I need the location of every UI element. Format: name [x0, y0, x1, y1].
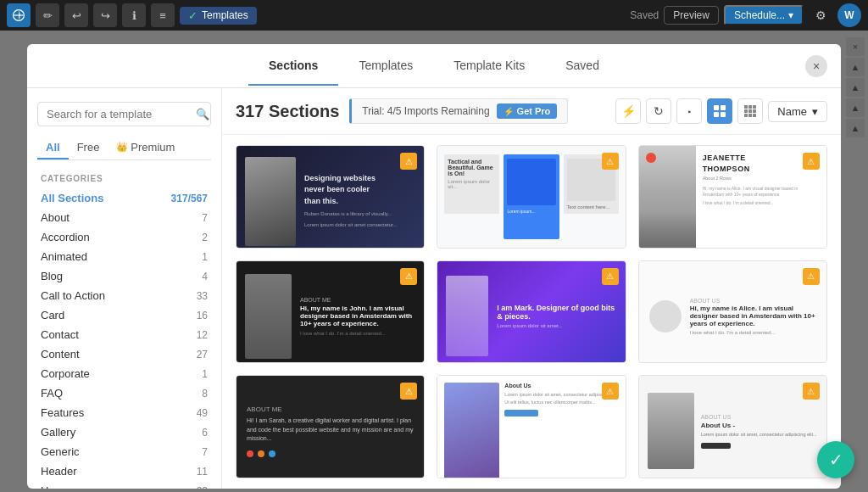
premium-badge-icon: ⚠	[602, 383, 619, 400]
preview-button[interactable]: Preview	[664, 6, 719, 25]
modal-overlay: Sections Templates Template Kits Saved ×…	[0, 31, 868, 492]
modal-header: Sections Templates Template Kits Saved ×	[27, 44, 841, 88]
category-call-to-action[interactable]: Call to Action 33	[27, 286, 221, 305]
wp-toolbar: ✏ ↩ ↪ ℹ ≡ ✓ Templates Saved Preview Sche…	[0, 0, 868, 31]
refresh-button[interactable]: ↻	[646, 98, 671, 124]
svg-rect-1	[714, 105, 719, 110]
category-card[interactable]: Card 16	[27, 305, 221, 325]
tab-saved[interactable]: Saved	[545, 47, 620, 86]
svg-rect-13	[753, 114, 756, 117]
category-header[interactable]: Header 11	[27, 461, 221, 481]
templates-active-button[interactable]: ✓ Templates	[180, 7, 257, 25]
category-faq[interactable]: FAQ 8	[27, 383, 221, 403]
svg-rect-8	[744, 109, 748, 113]
premium-badge-icon: ⚠	[400, 383, 417, 400]
template-preview: ABOUT ME Hi, my name is John. I am visua…	[236, 261, 424, 364]
category-hero[interactable]: Hero 33	[27, 481, 221, 489]
search-icon: 🔍	[196, 108, 209, 120]
crown-icon: 👑	[116, 142, 128, 153]
tab-templates[interactable]: Templates	[338, 47, 433, 86]
modal-body: 🔍 All Free 👑 Premium CATEGORIES All Sect…	[27, 88, 841, 489]
svg-rect-10	[753, 109, 756, 113]
single-view-button[interactable]: ▪	[676, 98, 702, 124]
svg-rect-9	[748, 109, 752, 113]
category-animated[interactable]: Animated 1	[27, 247, 221, 266]
trial-text: Trial: 4/5 Imports Remaining	[362, 105, 489, 117]
template-preview: ABOUT US About Us - Lorem ipsum dolor si…	[639, 376, 826, 478]
template-library-modal: Sections Templates Template Kits Saved ×…	[27, 44, 841, 489]
template-card-about-hero[interactable]: I am Mark. Designer of good bits & piece…	[437, 260, 626, 364]
check-icon: ✓	[188, 9, 198, 22]
template-card-about-dark-bg[interactable]: ABOUT ME Hi, my name is John. I am visua…	[236, 260, 425, 364]
filter-all[interactable]: All	[37, 137, 69, 159]
category-features[interactable]: Features 49	[27, 403, 221, 422]
search-input[interactable]	[47, 108, 189, 120]
filter-free[interactable]: Free	[69, 137, 108, 159]
template-card-about-us-2[interactable]: ABOUT US About Us - Lorem ipsum dolor si…	[638, 375, 827, 478]
premium-badge-icon: ⚠	[803, 153, 820, 170]
template-preview: ABOUT US Hi, my name is Alice. I am visu…	[639, 261, 826, 364]
modal-tabs: Sections Templates Template Kits Saved	[44, 47, 824, 86]
list-view-button[interactable]	[737, 98, 763, 124]
main-content: 317 Sections Trial: 4/5 Imports Remainin…	[222, 88, 841, 489]
grid-view-button[interactable]	[707, 98, 732, 124]
category-about[interactable]: About 7	[27, 208, 221, 227]
name-sort-dropdown[interactable]: Name ▾	[768, 101, 827, 122]
wp-logo-icon[interactable]	[7, 3, 31, 27]
edit-icon[interactable]: ✏	[36, 3, 59, 27]
toolbar-actions: ⚡ ↻ ▪	[615, 98, 827, 124]
filter-tabs: All Free 👑 Premium	[37, 137, 211, 160]
filter-premium[interactable]: 👑 Premium	[108, 137, 183, 159]
dropdown-chevron-icon: ▾	[812, 105, 818, 118]
tab-template-kits[interactable]: Template Kits	[433, 47, 545, 86]
template-preview: JEANETTETHOMPSON About 2 Rows Hi, my nam…	[639, 146, 826, 249]
filter-button[interactable]: ⚡	[615, 98, 641, 124]
template-preview: ABOUT ME Hi! I am Sarah, a creative digi…	[236, 376, 424, 478]
svg-rect-11	[744, 114, 748, 117]
template-card-about-me[interactable]: ABOUT ME Hi! I am Sarah, a creative digi…	[236, 375, 425, 478]
schedule-button[interactable]: Schedule... ▾	[724, 5, 804, 25]
tab-sections[interactable]: Sections	[248, 47, 338, 86]
schedule-chevron-icon: ▾	[788, 9, 793, 21]
fab-insert-button[interactable]: ✓	[817, 441, 854, 478]
settings-icon[interactable]: ⚙	[809, 3, 832, 27]
search-box: 🔍	[37, 102, 211, 126]
category-accordion[interactable]: Accordion 2	[27, 227, 221, 247]
category-gallery[interactable]: Gallery 6	[27, 422, 221, 442]
category-all-sections[interactable]: All Sections 317/567	[27, 188, 221, 208]
get-pro-button[interactable]: ⚡ Get Pro	[497, 103, 558, 119]
template-preview: Designing websitesnever been coolerthan …	[236, 146, 424, 249]
sections-count: 317 Sections	[236, 102, 339, 121]
template-card-about-light[interactable]: ABOUT US Hi, my name is Alice. I am visu…	[638, 260, 827, 364]
svg-rect-3	[714, 112, 719, 117]
svg-rect-7	[753, 105, 756, 109]
template-card-about-2rows[interactable]: JEANETTETHOMPSON About 2 Rows Hi, my nam…	[638, 145, 827, 249]
category-blog[interactable]: Blog 4	[27, 266, 221, 286]
category-contact[interactable]: Contact 12	[27, 325, 221, 344]
user-avatar[interactable]: W	[837, 3, 861, 27]
template-card-2col-feature-intro[interactable]: Designing websitesnever been coolerthan …	[236, 145, 425, 249]
premium-badge-icon: ⚠	[803, 268, 820, 285]
undo-icon[interactable]: ↩	[64, 3, 88, 27]
category-generic[interactable]: Generic 7	[27, 442, 221, 461]
jeanette-preview: JEANETTETHOMPSON About 2 Rows Hi, my nam…	[639, 146, 826, 249]
category-content[interactable]: Content 27	[27, 344, 221, 364]
svg-rect-2	[721, 105, 726, 110]
redo-icon[interactable]: ↪	[93, 3, 117, 27]
svg-rect-6	[748, 105, 752, 109]
svg-rect-5	[744, 105, 748, 109]
info-icon[interactable]: ℹ	[122, 3, 146, 27]
category-corporate[interactable]: Corporate 1	[27, 364, 221, 383]
templates-grid: Designing websitesnever been coolerthan …	[222, 135, 841, 489]
saved-label: Saved	[630, 9, 659, 21]
template-card-about-us-1[interactable]: About Us Lorem ipsum dolor sit amet, con…	[437, 375, 626, 478]
categories-label: CATEGORIES	[27, 171, 221, 188]
premium-badge-icon: ⚠	[602, 153, 619, 170]
premium-badge-icon: ⚠	[803, 383, 820, 400]
premium-badge-icon: ⚠	[602, 268, 619, 285]
template-preview: About Us Lorem ipsum dolor sit amet, con…	[437, 376, 625, 478]
template-card-3col-intro[interactable]: Tactical and Beautiful. Game is On! Lore…	[437, 145, 626, 249]
svg-rect-4	[721, 112, 726, 117]
menu-icon[interactable]: ≡	[151, 3, 175, 27]
modal-close-button[interactable]: ×	[805, 55, 827, 77]
